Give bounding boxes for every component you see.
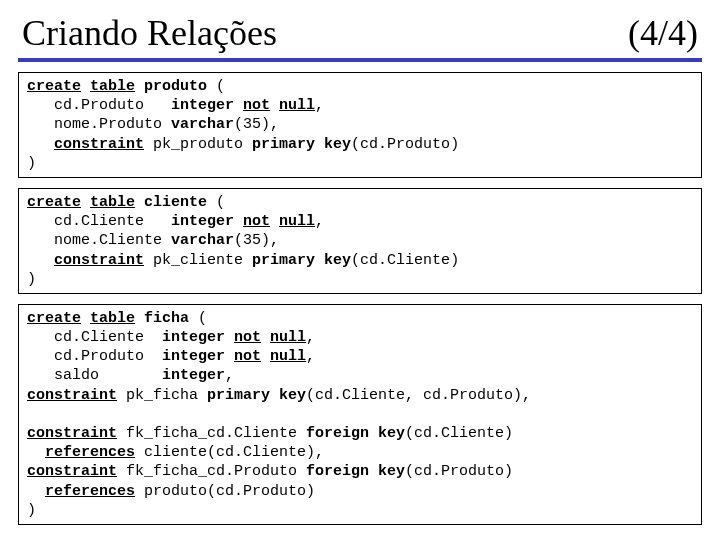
kw-not: not	[243, 97, 270, 114]
text: pk_cliente	[144, 252, 252, 269]
kw-key: key	[324, 252, 351, 269]
page-number: (4/4)	[628, 12, 698, 54]
text: produto(cd.Produto)	[135, 483, 315, 500]
kw-null: null	[270, 348, 306, 365]
text: pk_ficha	[117, 387, 207, 404]
slide-title: Criando Relações	[22, 12, 277, 54]
kw-constraint: constraint	[27, 425, 117, 442]
kw-not: not	[234, 329, 261, 346]
kw-table: table	[90, 194, 135, 211]
kw-table: table	[90, 78, 135, 95]
text	[369, 463, 378, 480]
kw-key: key	[324, 136, 351, 153]
text: ,	[306, 348, 315, 365]
kw-key: key	[378, 463, 405, 480]
text: (35),	[234, 232, 279, 249]
text	[234, 213, 243, 230]
ident-produto: produto	[144, 78, 207, 95]
kw-references: references	[45, 444, 135, 461]
text: (	[189, 310, 207, 327]
kw-varchar: varchar	[171, 116, 234, 133]
text: pk_produto	[144, 136, 252, 153]
kw-constraint: constraint	[27, 387, 117, 404]
text: cd.Cliente	[27, 329, 162, 346]
kw-create: create	[27, 194, 81, 211]
text: cliente(cd.Cliente),	[135, 444, 324, 461]
code-box-cliente: create table cliente ( cd.Cliente intege…	[18, 188, 702, 294]
text	[270, 387, 279, 404]
kw-primary: primary	[252, 252, 315, 269]
kw-constraint: constraint	[54, 136, 144, 153]
slide-header: Criando Relações (4/4)	[18, 10, 702, 58]
text	[27, 444, 45, 461]
text	[27, 136, 54, 153]
text: (	[207, 78, 225, 95]
text	[27, 483, 45, 500]
text: ,	[315, 213, 324, 230]
kw-primary: primary	[252, 136, 315, 153]
kw-integer: integer	[162, 367, 225, 384]
text	[27, 252, 54, 269]
kw-not: not	[243, 213, 270, 230]
kw-constraint: constraint	[54, 252, 144, 269]
text: (cd.Cliente, cd.Produto),	[306, 387, 531, 404]
text: (cd.Cliente)	[351, 252, 459, 269]
kw-primary: primary	[207, 387, 270, 404]
kw-references: references	[45, 483, 135, 500]
kw-null: null	[279, 97, 315, 114]
text: )	[27, 155, 36, 172]
kw-create: create	[27, 78, 81, 95]
kw-foreign: foreign	[306, 425, 369, 442]
text: cd.Produto	[27, 97, 171, 114]
kw-not: not	[234, 348, 261, 365]
text: (cd.Cliente)	[405, 425, 513, 442]
kw-foreign: foreign	[306, 463, 369, 480]
kw-null: null	[279, 213, 315, 230]
kw-integer: integer	[162, 329, 225, 346]
code-box-ficha: create table ficha ( cd.Cliente integer …	[18, 304, 702, 525]
text: (cd.Produto)	[405, 463, 513, 480]
kw-constraint: constraint	[27, 463, 117, 480]
text: cd.Produto	[27, 348, 162, 365]
kw-create: create	[27, 310, 81, 327]
text: nome.Produto	[27, 116, 171, 133]
text	[270, 213, 279, 230]
ident-ficha: ficha	[144, 310, 189, 327]
kw-table: table	[90, 310, 135, 327]
text	[234, 97, 243, 114]
text: )	[27, 502, 36, 519]
text: (35),	[234, 116, 279, 133]
text	[225, 329, 234, 346]
text	[225, 348, 234, 365]
text: (	[207, 194, 225, 211]
text: ,	[306, 329, 315, 346]
text: ,	[315, 97, 324, 114]
text	[315, 136, 324, 153]
kw-integer: integer	[171, 213, 234, 230]
text	[369, 425, 378, 442]
text: nome.Cliente	[27, 232, 171, 249]
text: )	[27, 271, 36, 288]
ident-cliente: cliente	[144, 194, 207, 211]
slide: Criando Relações (4/4) create table prod…	[0, 0, 720, 540]
text: fk_ficha_cd.Cliente	[117, 425, 306, 442]
text: fk_ficha_cd.Produto	[117, 463, 306, 480]
text	[261, 329, 270, 346]
kw-key: key	[279, 387, 306, 404]
code-box-produto: create table produto ( cd.Produto intege…	[18, 72, 702, 178]
kw-integer: integer	[162, 348, 225, 365]
text	[261, 348, 270, 365]
kw-varchar: varchar	[171, 232, 234, 249]
text	[27, 406, 36, 423]
text	[315, 252, 324, 269]
text: ,	[225, 367, 234, 384]
kw-integer: integer	[171, 97, 234, 114]
text	[270, 97, 279, 114]
kw-null: null	[270, 329, 306, 346]
text: (cd.Produto)	[351, 136, 459, 153]
text: cd.Cliente	[27, 213, 171, 230]
text: saldo	[27, 367, 162, 384]
divider	[18, 58, 702, 62]
kw-key: key	[378, 425, 405, 442]
